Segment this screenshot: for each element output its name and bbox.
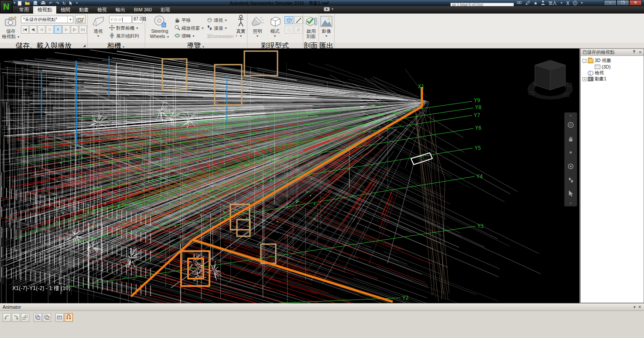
tab-輸出[interactable]: 輸出 [111, 6, 130, 14]
ribbon-tab-row: 常用檢視點檢閱動畫檢視輸出BIM 360彩現 ▼ [0, 6, 644, 14]
tree-item-檢視[interactable]: 檢視 [582, 70, 643, 76]
orbit-button[interactable]: 環轉▼ [175, 32, 195, 40]
animator-title-bar[interactable]: Animator ▾ ✕ [0, 304, 644, 311]
stop-button[interactable]: □ [46, 25, 54, 34]
subscription-icon[interactable] [525, 0, 530, 6]
signin-arrow-icon[interactable]: ▼ [560, 2, 563, 4]
animator-close-icon[interactable]: ✕ [638, 305, 641, 309]
dialog-launcher-icon[interactable]: ◢ [83, 44, 86, 48]
group-navigate-label[interactable]: 導覽▼ [145, 43, 247, 48]
print-icon[interactable] [41, 1, 46, 5]
redo-icon[interactable]: ↷ [55, 1, 59, 6]
restore-button[interactable]: ❐ [617, 0, 629, 6]
surfaces-toggle[interactable] [284, 16, 293, 24]
edit-keyframe-button[interactable] [43, 313, 51, 322]
animator-menu-icon[interactable]: ▾ [634, 305, 636, 309]
tab-BIM 360[interactable]: BIM 360 [130, 6, 156, 14]
tree-item-3D 視圖[interactable]: -3D 視圖 [582, 58, 643, 64]
skip-end-button[interactable]: ▷| [79, 25, 87, 34]
tab-常用[interactable]: 常用 [15, 6, 33, 14]
navisworks-logo-icon[interactable]: N [0, 0, 13, 13]
minimize-button[interactable]: – [604, 0, 617, 6]
pin-icon[interactable] [632, 50, 636, 55]
mode-button[interactable]: 模式 ▼ [267, 14, 283, 42]
lighting-button[interactable]: 照明 ▼ [250, 14, 265, 42]
fov-value-field[interactable]: 87.011 [132, 16, 143, 23]
translate-animation-set-button[interactable] [3, 313, 11, 322]
text-toggle[interactable]: A [294, 26, 303, 34]
zoom-tool-icon[interactable] [566, 147, 575, 158]
collapse-icon[interactable]: - [582, 59, 586, 63]
play-reverse-button[interactable]: ◁ [38, 25, 45, 34]
pan-tool-icon[interactable] [566, 134, 575, 144]
pause-button[interactable]: ‖ [54, 25, 62, 34]
look-around-icon [207, 17, 212, 24]
tab-彩現[interactable]: 彩現 [156, 6, 175, 14]
walk-button[interactable]: 漫遊▼ [207, 24, 227, 32]
viewpoint-combo[interactable]: *未儲存的檢視點*▼ [21, 16, 73, 23]
select-icon[interactable] [69, 1, 72, 6]
play-button[interactable]: ▷ [62, 25, 70, 34]
infocenter-search[interactable] [450, 0, 514, 6]
app-menu-arrow-icon[interactable]: ▼ [13, 1, 16, 4]
edit-viewpoint-button[interactable] [75, 15, 86, 24]
exchange-apps-icon[interactable]: X [566, 1, 569, 6]
show-tilt-bar-button[interactable]: 展示傾斜列 [109, 32, 139, 40]
perspective-button[interactable]: 透視 ▼ [89, 14, 107, 42]
save-icon[interactable] [33, 1, 38, 5]
new-icon[interactable] [17, 1, 22, 6]
tree-item-(3D)[interactable]: (3D) [582, 64, 643, 70]
tab-動畫[interactable]: 動畫 [75, 6, 93, 14]
tree-item-動畫1[interactable]: +動畫1 [582, 76, 643, 82]
save-viewpoint-button[interactable]: 儲存 檢視點 ▼ [2, 14, 20, 42]
toggle-manual-entry-button[interactable] [55, 313, 64, 322]
undo-icon[interactable]: ↶ [49, 1, 52, 6]
snap-points-toggle[interactable] [284, 26, 293, 34]
select-tool-icon[interactable] [566, 189, 575, 199]
toggle-snapping-button[interactable] [65, 313, 73, 322]
navbar-scroll-up-icon[interactable]: ▲ [569, 114, 572, 117]
navbar-scroll-down-icon[interactable]: ▼ [569, 202, 572, 205]
zoom-window-button[interactable]: 縮放視窗▼ [175, 24, 204, 32]
expand-icon[interactable]: + [582, 77, 586, 81]
lines-toggle[interactable] [294, 16, 303, 24]
fov-spinner[interactable]: ▲▼ [143, 17, 145, 20]
steering-wheel-tool-icon[interactable] [566, 120, 575, 130]
viewport-canvas[interactable] [0, 48, 579, 303]
close-button[interactable]: ✕ [629, 0, 642, 6]
qat-menu-arrow-icon[interactable]: ▼ [75, 2, 78, 4]
open-icon[interactable] [25, 1, 30, 5]
walk-tool-icon[interactable] [566, 175, 575, 185]
steering-wheels-button[interactable]: Steering Wheels ▼ [147, 14, 172, 42]
enable-sectioning-button[interactable]: 啟用 剖面 [304, 14, 318, 42]
tab-檢視[interactable]: 檢視 [93, 6, 111, 14]
step-forward-button[interactable]: |▷ [71, 25, 79, 34]
look-around-button[interactable]: 環視▼ [207, 17, 227, 24]
group-camera-label[interactable]: 相機▼ [87, 43, 145, 48]
capture-keyframe-button[interactable] [34, 313, 42, 322]
viewpoint-playback: |◀◀|◁□‖▷|▷▷| [21, 25, 87, 34]
tab-檢視點[interactable]: 檢視點 [33, 6, 56, 14]
favorites-star-icon[interactable]: ★ [534, 1, 538, 6]
skip-start-button[interactable]: |◀ [21, 25, 29, 34]
tab-檢閱[interactable]: 檢閱 [56, 6, 75, 14]
rotate-animation-set-button[interactable] [12, 313, 20, 322]
scale-animation-set-button[interactable] [21, 313, 29, 322]
search-icon[interactable] [517, 0, 522, 6]
help-icon[interactable]: ? [573, 1, 577, 5]
pan-button[interactable]: 平移 [175, 17, 191, 24]
export-image-button[interactable]: 影像 ▼ [320, 14, 333, 42]
refresh-icon[interactable]: ↻ [62, 1, 66, 6]
media-tab-icon[interactable]: ▼ [324, 7, 334, 11]
align-camera-button[interactable]: 對齊相機▼ [109, 24, 139, 32]
user-icon[interactable] [541, 0, 545, 6]
saved-viewpoints-header[interactable]: 已儲存的檢視點 ✕ [581, 49, 644, 56]
viewport-3d[interactable]: X1Y9Y8Y7Y6Y5Y4Y3Y2 X1(-7)-Y1(-2) - 1 樓 (… [0, 48, 579, 303]
realism-button[interactable]: 真實 ▼ [236, 14, 246, 42]
sign-in-label[interactable]: 登入 [548, 0, 557, 6]
fov-slider[interactable]: F.O.V [109, 16, 132, 23]
step-back-button[interactable]: ◀| [29, 25, 37, 34]
help-arrow-icon[interactable]: ▼ [581, 2, 583, 4]
panel-close-icon[interactable]: ✕ [638, 50, 642, 55]
orbit-tool-icon[interactable] [566, 161, 575, 172]
